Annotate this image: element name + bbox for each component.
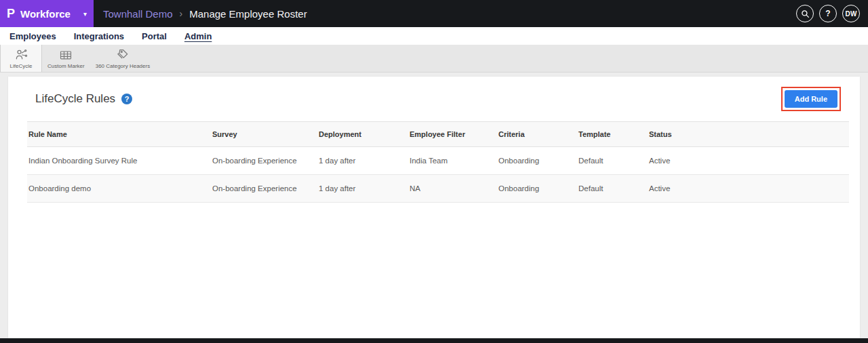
admin-toolbar: LifeCycle Custom Marker 360 Category Hea…	[0, 45, 868, 73]
table-header-row: Rule Name Survey Deployment Employee Fil…	[27, 122, 849, 147]
subtab-360-category-headers[interactable]: 360 Category Headers	[90, 45, 156, 72]
brand-name: Workforce	[20, 8, 79, 20]
subtab-custom-marker-label: Custom Marker	[47, 63, 85, 69]
cell-deployment: 1 day after	[319, 147, 410, 175]
nav-item-integrations[interactable]: Integrations	[74, 31, 124, 41]
cell-rule-name: Indian Onboarding Survey Rule	[27, 147, 212, 175]
rules-table: Rule Name Survey Deployment Employee Fil…	[27, 121, 849, 203]
workforce-logo-icon: P	[7, 7, 15, 20]
cell-rule-name: Onboarding demo	[27, 175, 212, 203]
cell-criteria: Onboarding	[498, 147, 578, 175]
col-header-criteria: Criteria	[498, 122, 578, 147]
subtab-lifecycle-label: LifeCycle	[10, 63, 33, 69]
breadcrumb-separator-icon: ›	[180, 8, 183, 19]
chevron-down-icon: ▾	[83, 10, 87, 18]
lifecycle-rules-card: LifeCycle Rules ? Add Rule Rule Name Sur…	[8, 77, 860, 338]
breadcrumb-parent-link[interactable]: Townhall Demo	[103, 8, 173, 20]
custom-marker-icon	[58, 48, 73, 62]
avatar[interactable]: DW	[842, 5, 860, 22]
subtab-custom-marker[interactable]: Custom Marker	[42, 45, 90, 72]
workspace-switcher[interactable]: P Workforce ▾	[0, 0, 94, 27]
search-icon	[801, 9, 810, 18]
table-row[interactable]: Indian Onboarding Survey Rule On-boardin…	[27, 147, 849, 175]
nav-item-admin[interactable]: Admin	[184, 31, 212, 41]
cell-survey: On-boarding Experience	[212, 175, 319, 203]
cell-survey: On-boarding Experience	[212, 147, 319, 175]
col-header-status: Status	[649, 122, 849, 147]
card-header: LifeCycle Rules ? Add Rule	[8, 77, 860, 121]
rules-table-container: Rule Name Survey Deployment Employee Fil…	[27, 121, 849, 203]
page-title: LifeCycle Rules	[35, 92, 115, 106]
cell-status: Active	[649, 175, 849, 203]
table-row[interactable]: Onboarding demo On-boarding Experience 1…	[27, 175, 849, 203]
cell-deployment: 1 day after	[319, 175, 410, 203]
cell-status: Active	[649, 147, 849, 175]
cell-employee-filter: India Team	[410, 147, 498, 175]
col-header-survey: Survey	[212, 122, 319, 147]
topbar: P Workforce ▾ Townhall Demo › Manage Emp…	[0, 0, 868, 27]
lifecycle-icon	[14, 48, 28, 62]
bottom-bar	[0, 338, 868, 343]
breadcrumb: Townhall Demo › Manage Employee Roster	[103, 8, 307, 20]
annotation-highlight: Add Rule	[781, 87, 841, 111]
col-header-rule-name: Rule Name	[27, 122, 212, 147]
primary-nav: Employees Integrations Portal Admin	[0, 27, 868, 45]
cell-template: Default	[578, 147, 649, 175]
nav-item-employees[interactable]: Employees	[9, 31, 56, 41]
col-header-employee-filter: Employee Filter	[410, 122, 498, 147]
topbar-actions: ? DW	[796, 5, 868, 22]
title-help-icon[interactable]: ?	[121, 94, 132, 104]
cell-employee-filter: NA	[410, 175, 498, 203]
nav-item-portal[interactable]: Portal	[142, 31, 167, 41]
cell-template: Default	[578, 175, 649, 203]
help-glyph: ?	[825, 9, 830, 18]
subtab-360-category-headers-label: 360 Category Headers	[96, 63, 151, 69]
search-button[interactable]	[796, 5, 814, 22]
avatar-initials: DW	[845, 10, 856, 18]
col-header-deployment: Deployment	[319, 122, 410, 147]
subtab-lifecycle[interactable]: LifeCycle	[0, 45, 42, 72]
category-headers-icon	[116, 48, 130, 62]
breadcrumb-current: Manage Employee Roster	[189, 8, 307, 20]
cell-criteria: Onboarding	[498, 175, 578, 203]
help-button[interactable]: ?	[819, 5, 837, 22]
add-rule-button[interactable]: Add Rule	[785, 90, 837, 108]
content-area: LifeCycle Rules ? Add Rule Rule Name Sur…	[0, 73, 868, 338]
col-header-template: Template	[578, 122, 649, 147]
